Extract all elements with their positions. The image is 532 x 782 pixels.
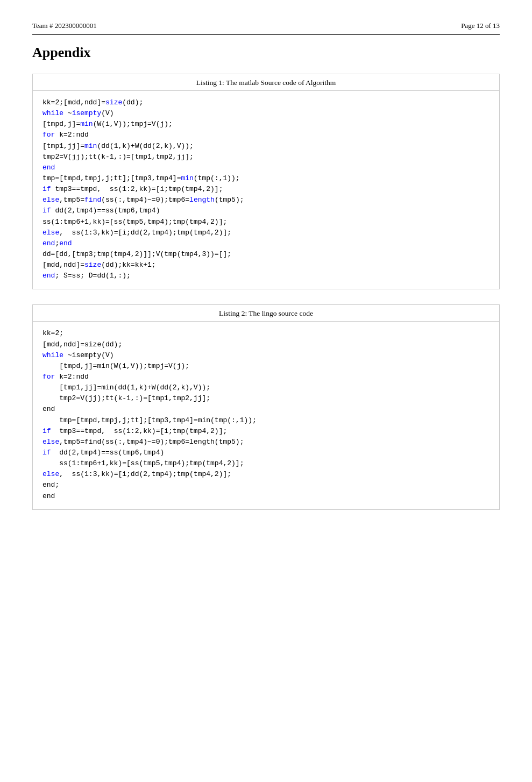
listing-1-code: kk=2;[mdd,ndd]=size(dd); while ~isempty(…: [33, 91, 499, 289]
listing-2-caption: Listing 2: The lingo source code: [33, 305, 499, 322]
listing-2: Listing 2: The lingo source code kk=2; […: [32, 304, 500, 509]
listing-2-code: kk=2; [mdd,ndd]=size(dd); while ~isempty…: [33, 322, 499, 509]
page-number: Page 12 of 13: [461, 22, 500, 30]
listing-1-caption: Listing 1: The matlab Source code of Alg…: [33, 74, 499, 91]
listing-1: Listing 1: The matlab Source code of Alg…: [32, 74, 500, 289]
page-header: Team # 202300000001 Page 12 of 13: [32, 22, 500, 35]
page-title: Appendix: [32, 45, 500, 61]
team-number: Team # 202300000001: [32, 22, 97, 30]
